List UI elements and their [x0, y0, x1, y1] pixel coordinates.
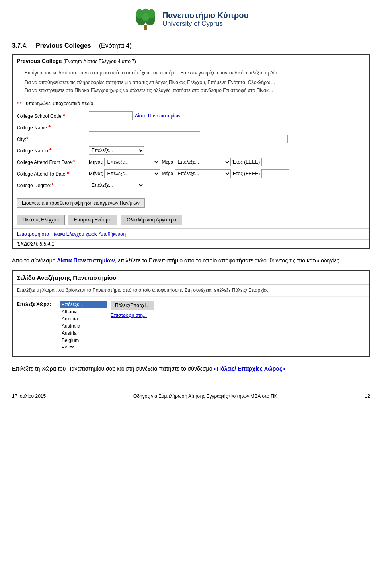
day-label-from: Μέρα — [162, 159, 173, 165]
dashboard-button[interactable]: Πίνακας Ελέγχου — [17, 215, 65, 225]
form-box-title: Previous College — [17, 58, 62, 64]
footer-title: Οδηγός για Συμπλήρωση Αίτησης Εγγραφής Φ… — [46, 393, 364, 399]
main-content: 3.7.4. Previous Colleges (Ενότητα 4) Pre… — [0, 35, 382, 385]
instruction-link[interactable]: Λίστα Πανεπιστημίων — [57, 257, 115, 264]
instruction-text: Από το σύνδεσμο Λίστα Πανεπιστημίων, επι… — [12, 256, 370, 265]
page-footer: 17 Ιουλίου 2015 Οδηγός για Συμπλήρωση Αί… — [0, 389, 382, 403]
req-star-1: * — [63, 113, 65, 119]
university-search-box: Σελίδα Αναζήτησης Πανεπιστημίου Επιλέξτε… — [12, 270, 370, 357]
finish-later-button[interactable]: Ολοκλήρωση Αργότερα — [121, 215, 182, 225]
country-item-0[interactable]: Επέλεξε... — [60, 301, 107, 308]
country-item-6[interactable]: Belize — [60, 344, 107, 348]
search-back-link[interactable]: Επιστροφή στη... — [111, 313, 154, 318]
college-nation-label: College Nation:* — [17, 147, 86, 154]
info-text-1: Εισάγετε τον κωδικό του Πανεπιστημίου απ… — [25, 70, 283, 76]
attend-to-label: College Attend To Date:* — [17, 170, 86, 177]
section-number: 3.7.4. — [12, 42, 28, 49]
college-name-label: College Name:* — [17, 124, 86, 131]
footer-date: 17 Ιουλίου 2015 — [12, 393, 46, 399]
info-text-2: Για να αποθηκεύσετε τις πληροφορίες πατή… — [17, 79, 275, 86]
info-bullet-1: □ — [17, 70, 22, 78]
country-listbox[interactable]: Επέλεξε... Albania Arminia Australia Aus… — [60, 301, 107, 348]
attend-from-year-input[interactable] — [261, 158, 289, 166]
year-label-from: Έτος (ΕΕΕΕ) — [232, 159, 260, 165]
form-info-row-1: □ Εισάγετε τον κωδικό του Πανεπιστημίου … — [17, 70, 365, 78]
attend-from-month-select[interactable]: Επέλεξε... — [104, 158, 160, 166]
college-school-code-input[interactable] — [89, 111, 133, 120]
req-star-4: * — [49, 147, 51, 154]
city-region-button[interactable]: Πόλεις/Επαρχί... — [111, 301, 154, 310]
search-action-buttons: Πόλεις/Επαρχί... Επιστροφή στη... — [111, 301, 154, 318]
svg-rect-0 — [144, 25, 147, 30]
required-note-text: * - υποδηλώνει υποχρεωτικό πεδίο. — [20, 101, 95, 106]
year-label-to: Έτος (ΕΕΕΕ) — [232, 171, 260, 176]
bottom-instruction-before: Επιλέξτε τη Χώρα του Πανεπιστημίου σας κ… — [12, 365, 214, 372]
bottom-instruction-link[interactable]: «Πόλεις/ Επαρχίες Χώρας» — [214, 365, 285, 372]
attend-to-day-select[interactable]: Επέλεξε... — [175, 169, 231, 178]
search-country-row: Επέλεξε Χώρα: Επέλεξε... Albania Arminia… — [17, 301, 365, 348]
logo-greek-text: Πανεπιστήμιο Κύπρου — [162, 11, 248, 20]
attend-to-month-select[interactable]: Επέλεξε... — [104, 169, 160, 178]
previous-college-form-box: Previous College (Ενότητα Λίστας Ελέγχου… — [12, 54, 370, 249]
attend-from-date-row: College Attend From Date:* Μήνας Επέλεξε… — [17, 158, 365, 166]
search-box-info: Επιλέξτε τη Χώρα που βρίσκεται το Πανεπι… — [13, 285, 369, 297]
university-logo-icon — [134, 7, 158, 31]
country-item-4[interactable]: Austria — [60, 330, 107, 337]
city-row: City:* — [17, 135, 365, 143]
attend-from-day-select[interactable]: Επέλεξε... — [175, 158, 231, 166]
attend-to-year-input[interactable] — [261, 169, 289, 178]
college-nation-row: College Nation:* Επέλεξε... — [17, 146, 365, 155]
required-note: * * - υποδηλώνει υποχρεωτικό πεδίο. — [13, 98, 369, 109]
month-label-from: Μήνας — [89, 159, 103, 165]
svg-point-4 — [136, 9, 143, 19]
attend-to-date-row: College Attend To Date:* Μήνας Επέλεξε..… — [17, 169, 365, 178]
form-box-header: Previous College (Ενότητα Λίστας Ελέγχου… — [13, 55, 369, 67]
country-item-1[interactable]: Albania — [60, 308, 107, 315]
form-box-subtitle: (Ενότητα Λίστας Ελέγχου 4 από 7) — [63, 59, 136, 64]
country-list-container: Επέλεξε... Albania Arminia Australia Aus… — [60, 301, 107, 348]
form-info-section: □ Εισάγετε τον κωδικό του Πανεπιστημίου … — [13, 67, 369, 98]
svg-point-5 — [148, 9, 155, 19]
college-degree-row: College Degree:* Επέλεξε... — [17, 181, 365, 189]
instruction-before: Από το σύνδεσμο — [12, 257, 57, 264]
college-school-code-row: College School Code:* Λίστα Πανεπιστημίω… — [17, 111, 365, 120]
req-star-6: * — [67, 170, 69, 177]
country-item-3[interactable]: Australia — [60, 322, 107, 330]
college-name-row: College Name:* — [17, 123, 365, 132]
section-subtitle: (Ενότητα 4) — [99, 42, 132, 49]
country-item-5[interactable]: Belgium — [60, 337, 107, 344]
section-heading: 3.7.4. Previous Colleges (Ενότητα 4) — [12, 42, 370, 49]
req-star-2: * — [48, 124, 50, 131]
view-existing-button[interactable]: Εισάγετε επιπρόσθετο ή όψη ήδη εισαγμένω… — [17, 198, 145, 208]
instruction-after: , επιλέξετε το Πανεπιστήμιο από το οποίο… — [115, 257, 341, 264]
form-info-row-3: Για να επιστρέψετε στο Πίνακα Ελέγχου χω… — [17, 87, 365, 94]
city-input[interactable] — [89, 135, 288, 143]
college-school-code-label: College School Code:* — [17, 113, 86, 119]
back-to-dashboard-link[interactable]: Επιστροφή στο Πίνακα Ελέγχου χωρίς Αποθή… — [17, 231, 126, 237]
college-degree-label: College Degree:* — [17, 182, 86, 188]
version-text: 'ΕΚΔΟΣΗ: 8.5.4.1 — [17, 241, 54, 247]
view-existing-row: Εισάγετε επιπρόσθετο ή όψη ήδη εισαγμένω… — [13, 195, 369, 211]
city-label: City:* — [17, 136, 86, 142]
bottom-instruction: Επιλέξτε τη Χώρα του Πανεπιστημίου σας κ… — [12, 364, 370, 373]
svg-point-6 — [142, 13, 149, 22]
form-fields: College School Code:* Λίστα Πανεπιστημίω… — [13, 109, 369, 195]
next-section-button[interactable]: Επόμενη Ενότητα — [68, 215, 118, 225]
college-name-input[interactable] — [89, 123, 200, 132]
logo-container: Πανεπιστήμιο Κύπρου University of Cyprus — [134, 7, 248, 31]
logo-text: Πανεπιστήμιο Κύπρου University of Cyprus — [162, 11, 248, 28]
form-info-row-2: Για να αποθηκεύσετε τις πληροφορίες πατή… — [17, 79, 365, 86]
attend-from-date-group: Μήνας Επέλεξε... Μέρα Επέλεξε... Έτος (Ε… — [89, 158, 289, 166]
bottom-instruction-after: . — [285, 365, 287, 372]
country-item-2[interactable]: Arminia — [60, 315, 107, 322]
university-list-link[interactable]: Λίστα Πανεπιστημίων — [135, 113, 181, 119]
version-row: 'ΕΚΔΟΣΗ: 8.5.4.1 — [13, 239, 369, 248]
req-star-3: * — [26, 136, 28, 142]
page-header: Πανεπιστήμιο Κύπρου University of Cyprus — [0, 0, 382, 35]
college-degree-select[interactable]: Επέλεξε... — [89, 181, 144, 189]
college-nation-select[interactable]: Επέλεξε... — [89, 146, 144, 155]
section-title: Previous Colleges — [36, 42, 91, 49]
info-text-3: Για να επιστρέψετε στο Πίνακα Ελέγχου χω… — [17, 87, 275, 94]
search-box-body: Επέλεξε Χώρα: Επέλεξε... Albania Arminia… — [13, 297, 369, 356]
nav-buttons-row: Πίνακας Ελέγχου Επόμενη Ενότητα Ολοκλήρω… — [13, 211, 369, 228]
